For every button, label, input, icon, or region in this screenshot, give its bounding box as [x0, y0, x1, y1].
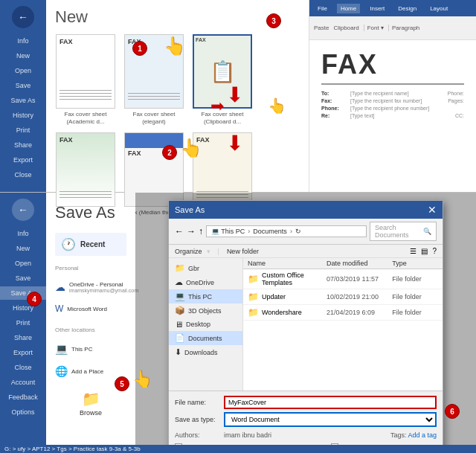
- tags-label: Tags:: [390, 431, 407, 439]
- new-document-panel: New FAX Fax cover sheet (Academic d... F…: [46, 0, 309, 192]
- breadcrumb-item-documents: Documents: [253, 228, 287, 235]
- sidebar-item-new[interactable]: New: [0, 49, 46, 62]
- nav-forward-icon[interactable]: →: [187, 226, 196, 237]
- nav-item-this-pc[interactable]: 💻 This PC: [169, 289, 242, 303]
- ribbon-tab-file[interactable]: File: [314, 4, 331, 13]
- sidebar-item-save[interactable]: Save: [0, 79, 46, 92]
- view-details-button[interactable]: ▤: [421, 247, 428, 255]
- browse-label: Browse: [80, 409, 102, 417]
- fax-to-field: To: [Type the recipient name] Phone:: [321, 91, 464, 96]
- save-location-options: 🕐 Recent Personal ☁ OneDrive - Personal …: [55, 233, 126, 417]
- sidebar-item-share[interactable]: Share: [0, 138, 46, 152]
- dialog-bottom-form: File name: Save as type: Word Document A…: [169, 391, 443, 453]
- sidebar-item-info-2[interactable]: Info: [0, 227, 46, 240]
- search-box[interactable]: Search Documents 🔍: [370, 222, 437, 241]
- nav-item-3d-objects[interactable]: 📦 3D Objects: [169, 303, 242, 318]
- sidebar-item-feedback-2[interactable]: Feedback: [0, 391, 46, 404]
- sidebar-item-share-2[interactable]: Share: [0, 331, 46, 344]
- fax-phone-field: Phone: [Type the recipient phone number]: [321, 106, 464, 111]
- onedrive-email: imamskymimamu@ymail.com: [69, 288, 138, 293]
- file-row-updater[interactable]: 📁 Updater 10/02/2019 21:00 File folder: [243, 289, 443, 305]
- ribbon-paragraph: Paragraph: [388, 25, 419, 31]
- nav-item-onedrive[interactable]: ☁ OneDrive: [169, 275, 242, 289]
- arrow-right-1: ➡: [210, 97, 224, 116]
- file-list-header: Name Date modified Type: [243, 258, 443, 269]
- file-row-wondershare[interactable]: 📁 Wondershare 21/04/2019 6:09 File folde…: [243, 305, 443, 321]
- ribbon-tab-home[interactable]: Home: [337, 4, 360, 13]
- organize-button[interactable]: Organize: [175, 248, 202, 255]
- breadcrumb-refresh[interactable]: ↻: [295, 228, 301, 235]
- add-place-location[interactable]: 🌐 Add a Place: [55, 363, 126, 379]
- filetype-select[interactable]: Word Document: [224, 412, 437, 427]
- documents-icon: 📄: [175, 333, 185, 343]
- sidebar-item-save-2[interactable]: Save: [0, 272, 46, 285]
- sidebar-item-new-2[interactable]: New: [0, 242, 46, 255]
- ribbon-clipboard: Clipboard: [333, 25, 358, 31]
- ribbon-tab-layout[interactable]: Layout: [426, 4, 451, 13]
- bottom-section: ← Info New Open Save Save As History Pri…: [0, 192, 476, 453]
- sidebar-item-export-2[interactable]: Export: [0, 346, 46, 359]
- authors-value: imam ibnu badri: [224, 431, 371, 439]
- file-date: 07/03/2019 11:57: [327, 275, 392, 283]
- dialog-left-nav: 📁 Gbr ☁ OneDrive 💻 This PC 📦 3D Objects: [169, 258, 243, 391]
- view-toggle[interactable]: ☰: [410, 247, 416, 255]
- template-fax-academic[interactable]: FAX Fax cover sheet (Academic d...: [55, 34, 116, 125]
- microsoft-word-label: Microsoft Word: [67, 306, 107, 312]
- sidebar-item-open-2[interactable]: Open: [0, 257, 46, 270]
- dialog-secondary-toolbar: Organize ▾ | New folder ☰ ▤ ?: [169, 245, 443, 258]
- personal-label: Personal: [55, 265, 126, 272]
- recent-button[interactable]: 🕐 Recent: [55, 233, 126, 256]
- top-left-sidebar: ← Info New Open Save Save As History Pri…: [0, 0, 46, 192]
- 3d-objects-icon: 📦: [175, 306, 185, 315]
- nav-back-icon[interactable]: ←: [175, 226, 184, 237]
- sidebar-item-close[interactable]: Close: [0, 168, 46, 181]
- browse-button[interactable]: 📁 Browse: [55, 390, 126, 417]
- sidebar-item-account-2[interactable]: Account: [0, 376, 46, 389]
- tags-add-link[interactable]: Add a tag: [408, 431, 437, 439]
- nav-up-icon[interactable]: ↑: [199, 226, 203, 237]
- microsoft-word-location[interactable]: W Microsoft Word: [55, 301, 126, 316]
- ribbon-tab-insert[interactable]: Insert: [366, 4, 388, 13]
- dialog-close-button[interactable]: ✕: [428, 204, 437, 216]
- sidebar-item-open[interactable]: Open: [0, 64, 46, 77]
- nav-item-gbr[interactable]: 📁 Gbr: [169, 261, 242, 275]
- status-bar-text: G: > ufy > APT12 > Tgs > Practice task 9…: [4, 446, 141, 452]
- column-name: Name: [248, 260, 327, 267]
- sidebar-item-history[interactable]: History: [0, 109, 46, 122]
- help-button[interactable]: ?: [432, 247, 437, 255]
- new-folder-button[interactable]: New folder: [227, 248, 259, 255]
- new-title: New: [55, 7, 300, 27]
- search-placeholder: Search Documents: [375, 224, 421, 239]
- this-pc-location[interactable]: 💻 This PC: [55, 341, 126, 357]
- filetype-label: Save as type:: [175, 416, 219, 423]
- back-button[interactable]: ←: [12, 6, 34, 28]
- back-button-2[interactable]: ←: [12, 199, 34, 221]
- folder-icon: 📁: [248, 292, 259, 302]
- ribbon-tab-design[interactable]: Design: [394, 4, 420, 13]
- fax-fax-field: Fax: [Type the recipient fax number] Pag…: [321, 98, 464, 103]
- nav-item-downloads[interactable]: ⬇ Downloads: [169, 345, 242, 359]
- sidebar-item-info[interactable]: Info: [0, 34, 46, 48]
- downloads-icon: ⬇: [175, 347, 181, 357]
- nav-item-desktop[interactable]: 🖥 Desktop: [169, 318, 242, 331]
- breadcrumb-path[interactable]: 💻 This PC › Documents › ↻: [206, 225, 367, 237]
- file-date: 21/04/2019 6:09: [327, 309, 392, 316]
- sidebar-item-saveas[interactable]: Save As: [0, 94, 46, 107]
- sidebar-item-print-2[interactable]: Print: [0, 316, 46, 330]
- ribbon-body: Paste Clipboard Font ▾ Paragraph: [309, 16, 476, 40]
- fax-re-field: Re: [Type text] CC:: [321, 113, 464, 118]
- sidebar-item-close-2[interactable]: Close: [0, 361, 46, 374]
- filename-input[interactable]: [224, 396, 437, 409]
- sidebar-item-export[interactable]: Export: [0, 153, 46, 167]
- file-row-custom-office[interactable]: 📁 Custom Office Templates 07/03/2019 11:…: [243, 269, 443, 289]
- sidebar-item-options-2[interactable]: Options: [0, 405, 46, 419]
- annotation-3: 3: [266, 13, 281, 28]
- pc-icon: 💻: [55, 343, 68, 355]
- sidebar-item-print[interactable]: Print: [0, 123, 46, 137]
- search-icon: 🔍: [423, 228, 431, 235]
- annotation-2: 2: [162, 145, 177, 160]
- browse-icon: 📁: [82, 390, 100, 408]
- nav-item-documents[interactable]: 📄 Documents: [169, 331, 242, 345]
- folder-icon: 📁: [248, 307, 259, 318]
- onedrive-location[interactable]: ☁ OneDrive - Personal imamskymimamu@ymai…: [55, 279, 126, 295]
